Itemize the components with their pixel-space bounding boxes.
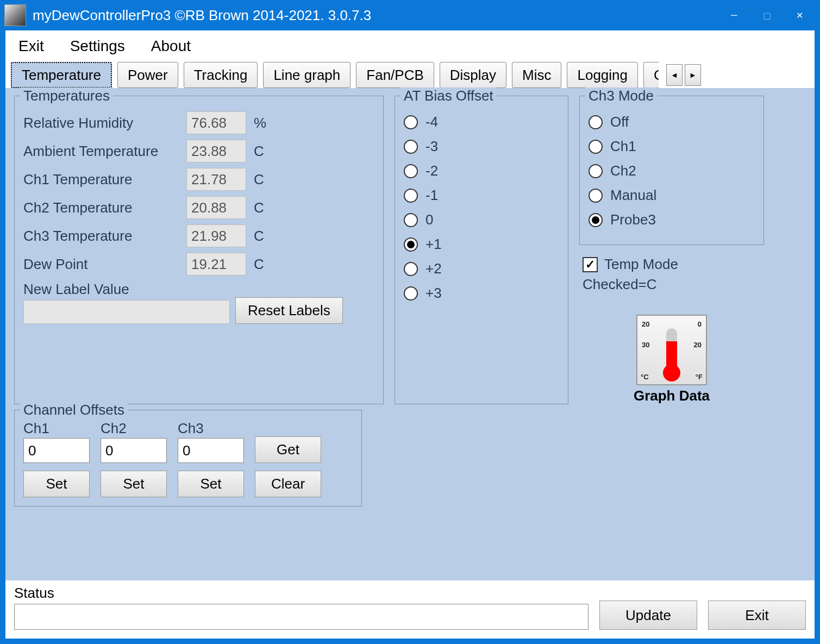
radio-icon[interactable] [589,140,603,154]
tab-fanpcb[interactable]: Fan/PCB [356,62,434,88]
maximize-button[interactable]: ▢ [750,4,783,26]
label-ambient: Ambient Temperature [23,143,186,160]
atbias-option[interactable]: +3 [404,285,559,302]
thermo-tick: 30 [642,341,649,349]
ch3mode-group: Ch3 Mode OffCh1Ch2ManualProbe3 [579,96,764,245]
temp-mode-sublabel: Checked=C [583,276,764,293]
atbias-option-label: -1 [425,187,438,204]
titlebar[interactable]: myDewControllerPro3 ©RB Brown 2014-2021.… [0,0,820,30]
tab-content: Temperatures Relative Humidity 76.68 % A… [5,88,815,580]
unit-ch2temp: C [254,199,264,216]
tab-clipped[interactable]: C [643,62,659,88]
status-input[interactable] [14,604,589,630]
ch3mode-option-label: Ch1 [610,138,636,155]
thermo-tick: 20 [694,341,702,349]
tab-scroll-right[interactable]: ► [685,64,701,86]
tab-temperature[interactable]: Temperature [11,62,112,88]
row-ambient: Ambient Temperature 23.88 C [23,140,374,162]
thermo-tick: 20 [642,320,649,328]
radio-icon[interactable] [404,140,418,154]
radio-icon[interactable] [404,237,418,252]
app-icon [4,4,26,26]
ch3mode-option[interactable]: Off [589,114,755,130]
unit-dewpoint: C [254,256,264,273]
temp-mode-checkbox[interactable] [583,257,598,272]
radio-icon[interactable] [589,115,603,129]
atbias-option[interactable]: -1 [404,187,559,204]
ch3mode-option[interactable]: Ch2 [589,162,755,179]
atbias-option[interactable]: -4 [404,114,559,130]
thermo-tick: °F [696,373,703,381]
reset-labels-button[interactable]: Reset Labels [235,297,343,324]
ch3mode-legend: Ch3 Mode [585,87,657,104]
atbias-group: AT Bias Offset -4-3-2-10+1+2+3 [395,96,568,404]
menu-about[interactable]: About [151,37,191,55]
tab-power[interactable]: Power [117,62,178,88]
tab-logging[interactable]: Logging [567,62,638,88]
update-button[interactable]: Update [599,601,697,630]
exit-button[interactable]: Exit [708,601,806,630]
offset-ch3-input[interactable] [178,438,244,463]
row-ch1temp: Ch1 Temperature 21.78 C [23,168,374,191]
label-ch1temp: Ch1 Temperature [23,171,186,188]
ch3mode-option[interactable]: Ch1 [589,138,755,155]
radio-icon[interactable] [404,164,418,178]
value-humidity: 76.68 [186,111,246,134]
radio-icon[interactable] [404,189,418,203]
radio-icon[interactable] [404,286,418,301]
close-button[interactable]: ✕ [783,4,816,26]
atbias-option[interactable]: -3 [404,138,559,155]
radio-icon[interactable] [404,213,418,227]
graph-data-button[interactable]: 20 0 30 20 °C °F Graph Data [579,315,764,404]
tab-display[interactable]: Display [440,62,506,88]
value-ch2temp: 20.88 [186,196,246,219]
row-ch3temp: Ch3 Temperature 21.98 C [23,224,374,247]
radio-icon[interactable] [404,262,418,276]
status-area: Status Update Exit [5,580,815,639]
radio-icon[interactable] [589,213,603,227]
tab-tracking[interactable]: Tracking [184,62,258,88]
label-humidity: Relative Humidity [23,115,186,132]
menu-exit[interactable]: Exit [18,37,44,55]
offset-ch2-set-button[interactable]: Set [101,471,167,497]
value-ambient: 23.88 [186,140,246,162]
temperatures-group: Temperatures Relative Humidity 76.68 % A… [14,96,384,404]
ch3mode-option-label: Off [610,114,629,130]
thermometer-icon: 20 0 30 20 °C °F [636,315,707,385]
value-ch1temp: 21.78 [186,168,246,191]
minimize-button[interactable]: ─ [718,4,750,26]
offset-ch3-label: Ch3 [178,420,244,437]
ch3mode-option-label: Ch2 [610,162,636,179]
radio-icon[interactable] [404,115,418,129]
radio-icon[interactable] [589,189,603,203]
ch3mode-option[interactable]: Probe3 [589,211,755,228]
offset-ch1-set-button[interactable]: Set [23,471,90,497]
radio-icon[interactable] [589,164,603,178]
offset-ch3-set-button[interactable]: Set [178,471,244,497]
temp-mode-label: Temp Mode [604,256,678,273]
offset-ch1-input[interactable] [23,438,90,463]
atbias-option[interactable]: +1 [404,236,559,253]
atbias-option[interactable]: +2 [404,260,559,277]
offset-ch2-input[interactable] [101,438,167,463]
unit-humidity: % [254,115,266,132]
thermo-tick: 0 [698,320,702,328]
new-label-input[interactable] [23,300,230,324]
menu-settings[interactable]: Settings [70,37,125,55]
offsets-clear-button[interactable]: Clear [255,471,321,497]
ch3mode-option[interactable]: Manual [589,187,755,204]
atbias-option-label: -3 [425,138,438,155]
menubar: Exit Settings About [5,30,815,62]
atbias-option[interactable]: 0 [404,211,559,228]
ch3mode-option-label: Probe3 [610,211,656,228]
atbias-option[interactable]: -2 [404,162,559,179]
row-dewpoint: Dew Point 19.21 C [23,253,374,276]
offsets-legend: Channel Offsets [20,402,128,418]
tab-misc[interactable]: Misc [512,62,561,88]
label-ch3temp: Ch3 Temperature [23,228,186,245]
tab-linegraph[interactable]: Line graph [263,62,350,88]
unit-ambient: C [254,143,264,160]
tab-scroll-left[interactable]: ◄ [666,64,683,86]
offsets-get-button[interactable]: Get [255,436,321,463]
atbias-option-label: +2 [425,260,442,277]
